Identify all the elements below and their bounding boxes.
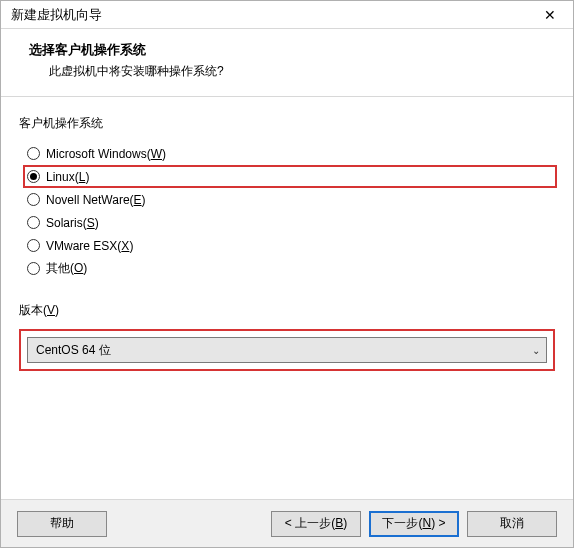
header-title: 选择客户机操作系统 (29, 41, 553, 59)
version-label: 版本(V) (19, 302, 555, 319)
radio-label: Novell NetWare(E) (46, 193, 146, 207)
radio-icon (27, 239, 40, 252)
wizard-footer: 帮助 < 上一步(B) 下一步(N) > 取消 (1, 499, 573, 547)
radio-icon (27, 216, 40, 229)
next-button[interactable]: 下一步(N) > (369, 511, 459, 537)
radio-icon (27, 193, 40, 206)
radio-label: 其他(O) (46, 260, 87, 277)
guest-os-option-0[interactable]: Microsoft Windows(W) (25, 142, 555, 165)
guest-os-radio-group: Microsoft Windows(W)Linux(L)Novell NetWa… (25, 142, 555, 280)
radio-label: Solaris(S) (46, 216, 99, 230)
titlebar: 新建虚拟机向导 ✕ (1, 1, 573, 29)
version-selected-value: CentOS 64 位 (36, 342, 111, 359)
back-button[interactable]: < 上一步(B) (271, 511, 361, 537)
guest-os-option-2[interactable]: Novell NetWare(E) (25, 188, 555, 211)
radio-icon (27, 170, 40, 183)
radio-label: Microsoft Windows(W) (46, 147, 166, 161)
chevron-down-icon: ⌄ (532, 345, 540, 356)
guest-os-label: 客户机操作系统 (19, 115, 555, 132)
guest-os-option-4[interactable]: VMware ESX(X) (25, 234, 555, 257)
help-button[interactable]: 帮助 (17, 511, 107, 537)
radio-icon (27, 262, 40, 275)
window-title: 新建虚拟机向导 (11, 6, 102, 24)
close-button[interactable]: ✕ (535, 4, 565, 26)
guest-os-option-1[interactable]: Linux(L) (23, 165, 557, 188)
header-subtitle: 此虚拟机中将安装哪种操作系统? (29, 63, 553, 80)
radio-label: VMware ESX(X) (46, 239, 133, 253)
guest-os-option-3[interactable]: Solaris(S) (25, 211, 555, 234)
new-vm-wizard-dialog: 新建虚拟机向导 ✕ 选择客户机操作系统 此虚拟机中将安装哪种操作系统? 客户机操… (0, 0, 574, 548)
version-highlight-box: CentOS 64 位 ⌄ (19, 329, 555, 371)
guest-os-option-5[interactable]: 其他(O) (25, 257, 555, 280)
version-select[interactable]: CentOS 64 位 ⌄ (27, 337, 547, 363)
wizard-content: 客户机操作系统 Microsoft Windows(W)Linux(L)Nove… (1, 97, 573, 499)
radio-label: Linux(L) (46, 170, 89, 184)
cancel-button[interactable]: 取消 (467, 511, 557, 537)
close-icon: ✕ (544, 7, 556, 23)
radio-icon (27, 147, 40, 160)
wizard-header: 选择客户机操作系统 此虚拟机中将安装哪种操作系统? (1, 29, 573, 97)
